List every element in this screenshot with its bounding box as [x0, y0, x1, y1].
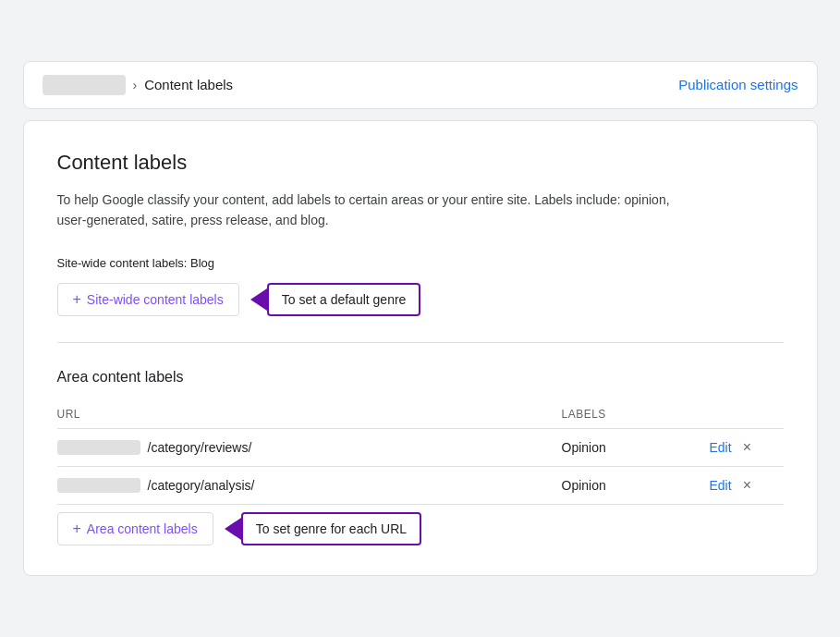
arrow-icon [250, 288, 267, 311]
url-placeholder [57, 440, 140, 455]
url-column-header: URL [57, 408, 562, 421]
sitewide-button-label: Site-wide content labels [87, 292, 224, 307]
sitewide-annotation: To set a default genre [250, 283, 421, 316]
url-cell: /category/analysis/ [57, 478, 562, 493]
sitewide-annotation-text: To set a default genre [267, 283, 421, 316]
url-placeholder [57, 478, 140, 493]
sitewide-section-label: Site-wide content labels: Blog [57, 256, 784, 270]
publication-settings-link[interactable]: Publication settings [678, 77, 797, 92]
table-body: /category/reviews/ Opinion Edit × /categ… [57, 429, 784, 505]
sitewide-content-labels-button[interactable]: + Site-wide content labels [57, 283, 239, 316]
page-wrapper: › Content labels Publication settings Co… [23, 61, 818, 577]
table-row: /category/reviews/ Opinion Edit × [57, 429, 784, 467]
close-icon[interactable]: × [743, 478, 751, 493]
actions-cell: Edit × [710, 478, 784, 493]
label-cell: Opinion [562, 440, 710, 455]
divider [57, 342, 784, 343]
label-cell: Opinion [562, 478, 710, 493]
area-annotation: To set genre for each URL [225, 512, 421, 545]
area-section-title: Area content labels [57, 369, 784, 386]
sitewide-button-row: + Site-wide content labels To set a defa… [57, 283, 784, 316]
url-path: /category/reviews/ [148, 440, 252, 455]
area-button-label: Area content labels [87, 521, 198, 536]
actions-column-header [710, 408, 784, 421]
page-title: Content labels [57, 151, 784, 175]
close-icon[interactable]: × [743, 440, 751, 455]
labels-column-header: Labels [562, 408, 710, 421]
description-text: To help Google classify your content, ad… [57, 190, 686, 231]
breadcrumb-label: Content labels [144, 77, 233, 92]
chevron-icon: › [133, 78, 138, 92]
area-annotation-text: To set genre for each URL [241, 512, 421, 545]
edit-button[interactable]: Edit [710, 440, 732, 455]
area-button-row: + Area content labels To set genre for e… [57, 512, 784, 545]
url-path: /category/analysis/ [148, 478, 255, 493]
area-content-labels-button[interactable]: + Area content labels [57, 512, 213, 545]
table-row: /category/analysis/ Opinion Edit × [57, 467, 784, 505]
arrow-icon [225, 518, 241, 540]
plus-icon: + [73, 291, 81, 308]
plus-icon: + [73, 521, 81, 537]
edit-button[interactable]: Edit [710, 478, 732, 493]
main-card: Content labels To help Google classify y… [23, 120, 818, 577]
breadcrumb-bar: › Content labels Publication settings [23, 61, 818, 109]
url-cell: /category/reviews/ [57, 440, 562, 455]
actions-cell: Edit × [710, 440, 784, 455]
table-header: URL Labels [57, 400, 784, 429]
breadcrumb-left: › Content labels [43, 75, 234, 95]
breadcrumb-logo [43, 75, 126, 95]
